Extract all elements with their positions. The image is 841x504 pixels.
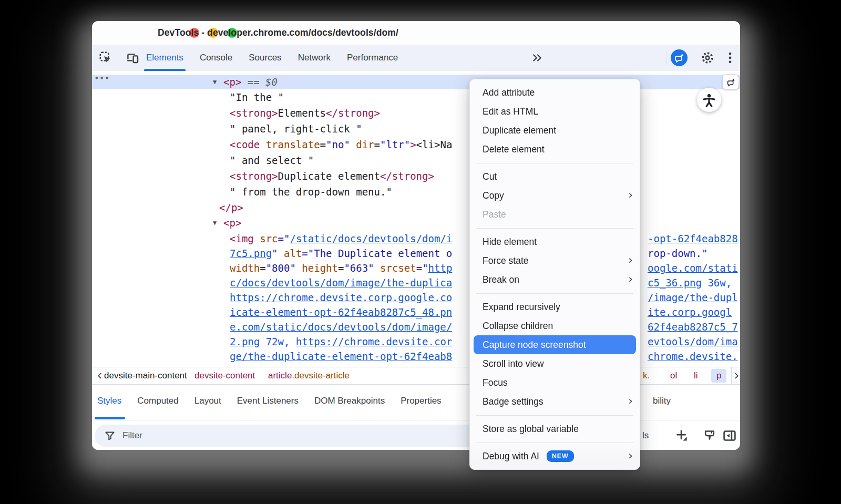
ai-assistance-button[interactable]: [671, 49, 688, 66]
code-text: https://chrome.devsite.corp.google.co: [230, 290, 469, 305]
device-toolbar-icon[interactable]: [127, 52, 139, 64]
breadcrumb-item[interactable]: k.: [643, 367, 650, 384]
menu-item-store-as-global-variable[interactable]: Store as global variable: [470, 419, 640, 438]
breadcrumb-item[interactable]: article.devsite-article: [268, 367, 350, 384]
code-text: icate-element-opt-62f4eab8287c5_48.pn: [230, 305, 469, 320]
dom-node-line[interactable]: <strong>Elements</strong>: [92, 106, 740, 120]
menu-item-edit-as-html[interactable]: Edit as HTML: [470, 102, 640, 121]
dom-node-line[interactable]: 7c5.png" alt="The Duplicate element orop…: [92, 246, 740, 261]
breadcrumb-item[interactable]: ol: [670, 367, 677, 384]
accessibility-person-icon: [702, 92, 716, 107]
sidebar-tab-layout[interactable]: Layout: [194, 396, 221, 406]
menu-item-badge-settings[interactable]: Badge settings›: [470, 392, 640, 411]
menu-item-scroll-into-view[interactable]: Scroll into view: [470, 354, 640, 373]
devtools-window: DevTools - developer.chrome.com/docs/dev…: [92, 21, 740, 450]
code-text: <img src="/static/docs/devtools/dom/i: [230, 231, 469, 246]
inspect-element-icon[interactable]: [99, 52, 112, 64]
dom-node-line[interactable]: " from the drop-down menu.": [92, 184, 740, 199]
menu-item-label: Store as global variable: [483, 424, 579, 435]
breadcrumb-item[interactable]: p: [716, 367, 721, 384]
menu-item-label: Cut: [483, 171, 497, 182]
menu-item-break-on[interactable]: Break on›: [470, 270, 640, 289]
dom-node-line[interactable]: icate-element-opt-62f4eab8287c5_48.pnite…: [92, 305, 740, 320]
more-panels-icon[interactable]: [531, 52, 543, 64]
tab-sources[interactable]: Sources: [249, 45, 281, 71]
dom-node-line[interactable]: 2.png 72w, https://chrome.devsite.corevt…: [92, 334, 740, 349]
menu-item-capture-node-screenshot[interactable]: Capture node screenshot: [474, 335, 636, 354]
breadcrumb-item[interactable]: devsite-content: [194, 367, 255, 384]
expand-arrow-icon[interactable]: ▼: [213, 215, 217, 230]
tab-performance[interactable]: Performance: [347, 45, 398, 71]
menu-item-hide-element[interactable]: Hide element: [470, 232, 640, 251]
breadcrumb-item[interactable]: li: [694, 367, 698, 384]
brush-icon[interactable]: [703, 429, 716, 443]
menu-separator: [476, 293, 633, 294]
dom-node-line[interactable]: </p>: [92, 200, 740, 215]
menu-item-focus[interactable]: Focus: [470, 373, 640, 392]
accessibility-overlay-button[interactable]: [697, 88, 721, 112]
sidebar-tab-event-listeners[interactable]: Event Listeners: [237, 396, 299, 406]
dom-node-line[interactable]: ge/the-duplicate-element-opt-62f4eab8chr…: [92, 349, 740, 364]
menu-item-expand-recursively[interactable]: Expand recursively: [470, 297, 640, 316]
menu-item-collapse-children[interactable]: Collapse children: [470, 316, 640, 335]
dom-node-line[interactable]: ▼<p>: [92, 215, 740, 230]
code-text-after-menu: evtools/dom/ima: [648, 334, 738, 349]
tab-accessibility-clipped[interactable]: bility: [653, 385, 671, 417]
breadcrumb-item[interactable]: devsite-main-content: [104, 367, 187, 384]
sidebar-tab-dom-breakpoints[interactable]: DOM Breakpoints: [314, 396, 385, 406]
breadcrumb-bar: devsite-main-contentdevsite-contentartic…: [92, 367, 740, 385]
code-text: e.com/static/docs/devtools/dom/image/: [230, 320, 469, 334]
menu-item-label: Capture node screenshot: [483, 340, 586, 351]
menu-item-duplicate-element[interactable]: Duplicate element: [470, 121, 640, 140]
menu-item-label: Copy: [483, 190, 504, 201]
code-text: 2.png 72w, https://chrome.devsite.cor: [230, 334, 469, 349]
menu-item-label: Scroll into view: [483, 358, 544, 369]
filter-input[interactable]: [121, 430, 334, 441]
dom-node-line[interactable]: "In the ": [92, 90, 740, 105]
sidebar-tab-computed[interactable]: Computed: [137, 396, 178, 406]
code-text: " from the drop-down menu.": [230, 184, 469, 199]
code-text-after-menu: c5_36.png 36w,: [648, 275, 732, 290]
dom-node-line[interactable]: " panel, right-click ": [92, 121, 740, 136]
settings-gear-icon[interactable]: [701, 51, 714, 65]
dom-node-line[interactable]: " and select ": [92, 153, 740, 168]
code-text: </p>: [219, 200, 469, 215]
dom-node-line[interactable]: https://chrome.devsite.corp.google.co/im…: [92, 290, 740, 305]
menu-item-delete-element[interactable]: Delete element: [470, 140, 640, 159]
new-style-rule-plus-icon[interactable]: [674, 429, 688, 443]
code-text-after-menu: /image/the-dupl: [648, 290, 738, 305]
dom-node-line[interactable]: width="800" height="663" srcset="httpoog…: [92, 261, 740, 275]
expand-arrow-icon[interactable]: ▼: [213, 75, 217, 89]
sidebar-tab-properties[interactable]: Properties: [401, 396, 441, 406]
breadcrumb-scroll-right-button[interactable]: [731, 367, 740, 384]
more-dots-indicator[interactable]: •••: [95, 71, 110, 86]
menu-separator: [476, 163, 633, 163]
menu-item-force-state[interactable]: Force state›: [470, 251, 640, 270]
code-text: 7c5.png" alt="The Duplicate element o: [230, 246, 469, 261]
chevron-left-icon: [96, 372, 104, 380]
kebab-menu-icon[interactable]: [724, 52, 736, 64]
dom-node-line[interactable]: <code translate="no" dir="ltr"><li>Na: [92, 137, 740, 152]
code-text-after-menu: 62f4eab8287c5_7: [648, 320, 738, 334]
ai-bubble-sparkle-icon: [726, 77, 736, 87]
breadcrumb-selected-pill: p: [711, 369, 726, 383]
tab-elements[interactable]: Elements: [146, 45, 183, 71]
menu-item-paste[interactable]: Paste: [470, 205, 640, 224]
menu-item-cut[interactable]: Cut: [470, 167, 640, 186]
toggle-sidebar-icon[interactable]: [723, 429, 736, 443]
row-ai-hint-button[interactable]: [722, 74, 739, 90]
sidebar-tab-styles[interactable]: Styles: [97, 396, 121, 406]
dom-node-line[interactable]: <strong>Duplicate element</strong>: [92, 169, 740, 183]
menu-item-debug-with-ai[interactable]: Debug with AINEW›: [470, 447, 640, 466]
filter-funnel-icon: [104, 430, 116, 441]
cls-toggle-clipped[interactable]: ls: [642, 425, 649, 447]
tab-console[interactable]: Console: [200, 45, 232, 71]
dom-node-line[interactable]: <img src="/static/docs/devtools/dom/i-op…: [92, 231, 740, 246]
dom-node-line[interactable]: e.com/static/docs/devtools/dom/image/62f…: [92, 320, 740, 334]
menu-item-add-attribute[interactable]: Add attribute: [470, 83, 640, 102]
tab-network[interactable]: Network: [298, 45, 331, 71]
dom-node-selected[interactable]: •••▼<p> == $0: [92, 75, 740, 89]
dom-node-line[interactable]: c/docs/devtools/dom/image/the-duplicac5_…: [92, 275, 740, 290]
code-text: width="800" height="663" srcset="http: [230, 261, 469, 275]
menu-item-copy[interactable]: Copy›: [470, 186, 640, 205]
